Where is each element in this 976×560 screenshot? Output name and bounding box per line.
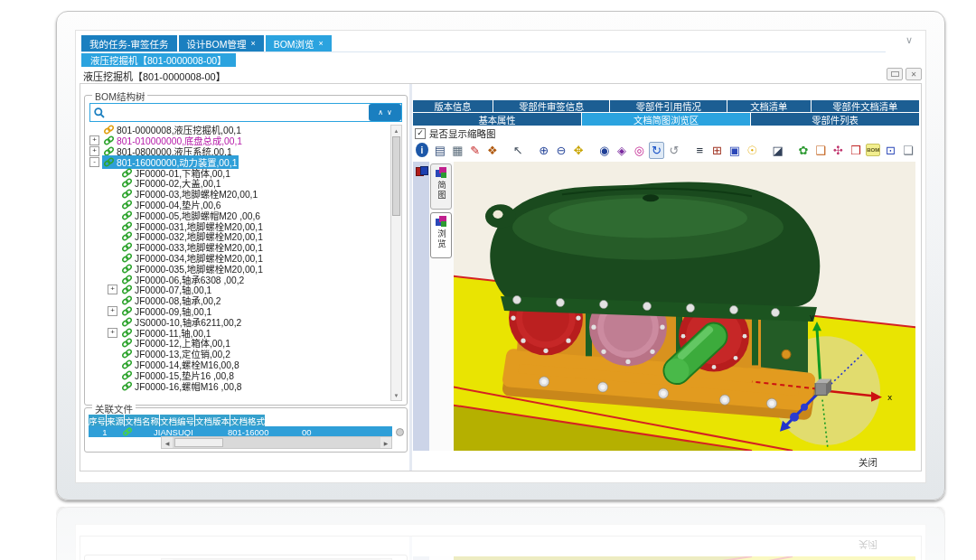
tab-basic-properties[interactable]: 基本属性 (413, 113, 581, 126)
snapshot-icon[interactable]: ▣ (727, 142, 742, 159)
files-hscrollbar[interactable]: ◀ ▶ (161, 436, 392, 449)
viewer-region: 简图 浏览 (413, 162, 915, 451)
main-tab-bar: 我的任务-审签任务 设计BOM管理 × BOM浏览 × (81, 35, 886, 52)
row-handle-dot (396, 428, 404, 436)
chevron-down-icon[interactable]: ∨ (387, 108, 392, 117)
tab-close-icon[interactable]: × (250, 40, 255, 48)
light-icon[interactable]: ☉ (745, 142, 759, 159)
linked-files-title: 关联文件 (92, 402, 136, 415)
files-table: 序号 来源 文档名称 文档编号 文档版本 文档格式 (89, 415, 392, 437)
expander-icon[interactable]: - (89, 157, 99, 167)
files-column-header[interactable]: 文档编号 (160, 415, 195, 426)
pan-icon[interactable]: ↺ (667, 142, 681, 159)
doc-flip-icon[interactable]: ❏ (901, 142, 915, 159)
tab-my-tasks[interactable]: 我的任务-审签任务 (81, 35, 177, 51)
file-source-icon (121, 426, 152, 437)
restore-button[interactable] (887, 68, 903, 80)
scroll-up-icon[interactable]: ▲ (391, 126, 401, 135)
measure-icon[interactable]: ⊞ (709, 142, 724, 159)
rotate-icon[interactable]: ↻ (649, 142, 663, 159)
files-column-header[interactable]: 文档格式 (230, 415, 266, 426)
file-no: 1 (89, 426, 121, 437)
tree-search-bar: ∧ ∨ (89, 103, 402, 122)
eraser-icon[interactable]: ❒ (849, 142, 863, 159)
tab-part-review-info[interactable]: 零部件审签信息 (493, 100, 609, 112)
viewer-toolbar: i ▤ ▦ ✎ ❖ ↖ ⊕ ⊖ ✥ ◉ (414, 140, 915, 160)
close-button[interactable]: ✕ (906, 68, 922, 80)
tab-version-info[interactable]: 版本信息 (413, 100, 493, 112)
tree-scrollbar[interactable]: ▲ ▼ (390, 125, 402, 401)
tree-search-input[interactable] (108, 106, 369, 119)
files-header-row: 序号 来源 文档名称 文档编号 文档版本 文档格式 (89, 415, 392, 426)
export-doc-icon[interactable]: ◪ (770, 142, 784, 159)
search-prev-next[interactable]: ∧ ∨ (369, 104, 401, 121)
linked-files-panel: 关联文件 序号 来源 文档名称 文档编号 文档版本 (84, 407, 408, 453)
application-window: 我的任务-审签任务 设计BOM管理 × BOM浏览 × ∨ 液压挖掘机【801-… (56, 11, 945, 500)
expander-icon[interactable]: + (89, 146, 99, 156)
zoom-out-icon[interactable]: ⊖ (554, 142, 568, 159)
files-column-header[interactable]: 来源 (107, 415, 125, 426)
axis-y-label: y (810, 313, 814, 322)
tab-design-bom[interactable]: 设计BOM管理 × (179, 35, 264, 51)
files-column-header[interactable]: 序号 (89, 415, 107, 426)
zoom-dynamic-icon[interactable]: ◈ (615, 142, 629, 159)
layers-icon[interactable]: ≡ (692, 142, 707, 159)
tab-close-icon[interactable]: × (319, 40, 324, 48)
chain-link-icon (122, 381, 132, 391)
scrollbar-thumb[interactable] (392, 136, 400, 216)
files-column-header[interactable]: 文档名称 (125, 415, 160, 426)
search-icon (93, 107, 106, 119)
screen-icon[interactable]: ⊡ (883, 142, 897, 159)
thumbnail-option-row: ✓ 是否显示缩略图 (415, 127, 496, 139)
side-tab-sketch[interactable]: 简图 (430, 163, 452, 210)
tree-viewport: 801-0000008,液压挖掘机,00,1 + (89, 125, 402, 401)
content-area: BOM结构树 ∧ ∨ (80, 83, 922, 471)
explode-icon[interactable]: ✣ (831, 142, 845, 159)
tree-item[interactable]: JF0000-16,螺帽M16 ,00,8 (89, 380, 391, 391)
tab-part-list[interactable]: 零部件列表 (751, 113, 919, 126)
side-tab-browse[interactable]: 浏览 (430, 212, 452, 258)
stamp-icon[interactable]: ❑ (813, 142, 828, 159)
hscroll-thumb[interactable] (174, 438, 223, 447)
zoom-circle-icon[interactable]: ◎ (632, 142, 646, 159)
bom-tree-panel: BOM结构树 ∧ ∨ (84, 95, 408, 406)
component-icon[interactable] (416, 166, 427, 175)
expander-icon[interactable]: + (89, 135, 99, 145)
files-column-header[interactable]: 文档版本 (195, 415, 230, 426)
scroll-right-icon[interactable]: ▶ (380, 440, 391, 446)
window-body: 我的任务-审签任务 设计BOM管理 × BOM浏览 × ∨ 液压挖掘机【801-… (75, 30, 926, 483)
scroll-left-icon[interactable]: ◀ (162, 440, 173, 446)
thumbnail-checkbox[interactable]: ✓ (415, 128, 426, 139)
bom-tree-title: BOM结构树 (92, 89, 147, 103)
gearbox-model (485, 182, 820, 413)
chevron-down-icon[interactable]: ∨ (906, 34, 913, 46)
close-link[interactable]: 关闭 (859, 455, 877, 469)
preview-icon[interactable]: ▤ (433, 142, 447, 159)
zoom-window-icon[interactable]: ◉ (596, 142, 611, 159)
tab-part-reference[interactable]: 零部件引用情况 (610, 100, 726, 112)
select-cursor-icon[interactable]: ↖ (511, 142, 525, 159)
chevron-up-icon[interactable]: ∧ (378, 108, 383, 117)
annotate-pen-icon[interactable]: ✎ (467, 142, 482, 159)
expander-icon[interactable]: + (108, 328, 117, 338)
zoom-fit-icon[interactable]: ✥ (571, 142, 586, 159)
tab-part-document-list[interactable]: 零部件文档清单 (812, 100, 919, 112)
tab-doc-sketch-browse[interactable]: 文档简图浏览区 (582, 113, 750, 126)
panel-splitter[interactable] (409, 84, 412, 471)
tab-bom-browse[interactable]: BOM浏览 × (266, 35, 332, 51)
render-flower-icon[interactable]: ✿ (796, 142, 811, 159)
expander-icon[interactable]: + (108, 306, 117, 316)
scroll-down-icon[interactable]: ▼ (391, 390, 401, 400)
print-icon[interactable]: ▦ (450, 142, 465, 159)
panel-title: 液压挖掘机【801-0000008-00】 (83, 69, 226, 83)
tree-list: 801-0000008,液压挖掘机,00,1 + (89, 125, 391, 401)
paint-icon[interactable]: ❖ (485, 142, 500, 159)
expander-icon[interactable]: + (108, 285, 117, 294)
info-icon[interactable]: i (416, 143, 428, 157)
document-tab[interactable]: 液压挖掘机【801-0000008-00】 (81, 53, 236, 67)
bom-icon[interactable]: BOM (866, 144, 880, 156)
zoom-in-icon[interactable]: ⊕ (536, 142, 550, 159)
3d-viewport[interactable]: x y (454, 162, 915, 451)
tree-item-label: JF0000-16,螺帽M16 ,00,8 (135, 379, 241, 393)
tab-document-list[interactable]: 文档清单 (727, 100, 811, 112)
